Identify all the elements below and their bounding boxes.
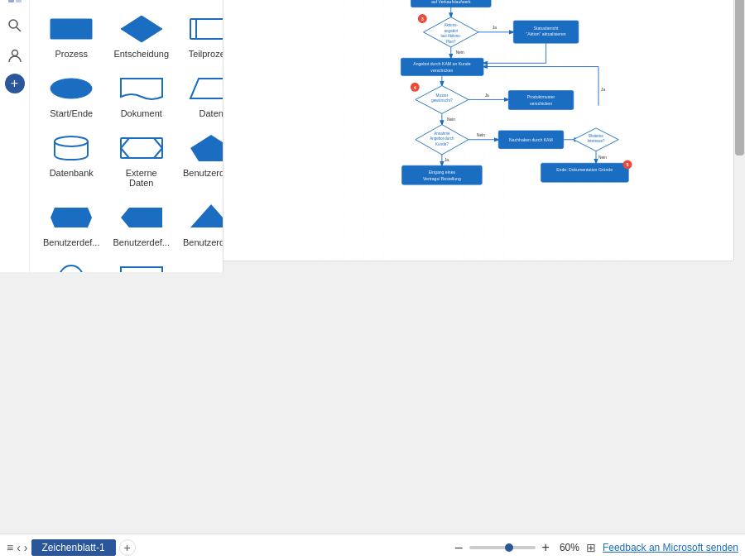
shape-externe-daten[interactable]: Externe Daten bbox=[110, 128, 174, 191]
svg-text:Produktmuster: Produktmuster bbox=[527, 94, 555, 99]
panel-people-icon bbox=[7, 47, 23, 64]
dokument-shape-svg bbox=[117, 72, 166, 105]
canvas-inner: Start: Eingang Anfrage Angebot 1 KAM ers… bbox=[223, 0, 733, 261]
svg-text:Angebot durch: Angebot durch bbox=[430, 136, 454, 141]
svg-rect-9 bbox=[190, 19, 223, 39]
svg-rect-3 bbox=[16, 0, 22, 2]
startende-shape-svg bbox=[46, 72, 96, 105]
menu-toggle-btn[interactable]: ≡ bbox=[7, 541, 13, 554]
svg-marker-17 bbox=[50, 208, 92, 227]
shape-benutzerdef4[interactable]: Benutzerdef... bbox=[180, 198, 223, 251]
shapes-grid: Prozess Entscheidung bbox=[30, 2, 223, 272]
svg-point-12 bbox=[50, 79, 92, 98]
shape-daten[interactable]: Daten bbox=[180, 69, 223, 122]
shape-on-page-re[interactable]: On-Page-Re... bbox=[40, 257, 103, 272]
zoom-slider[interactable] bbox=[469, 546, 536, 549]
teilprozess-shape-svg bbox=[186, 12, 223, 45]
canvas-area[interactable]: Start: Eingang Anfrage Angebot 1 KAM ers… bbox=[223, 0, 745, 272]
svg-text:angebot: angebot bbox=[445, 29, 459, 33]
svg-text:Plan?: Plan? bbox=[446, 40, 456, 44]
svg-point-20 bbox=[60, 266, 83, 272]
add-shapes-button[interactable]: + bbox=[5, 74, 25, 93]
svg-text:Nein: Nein bbox=[598, 156, 607, 160]
svg-marker-16 bbox=[190, 135, 223, 161]
horizontal-scrollbar[interactable] bbox=[223, 261, 733, 272]
svg-rect-94 bbox=[402, 165, 483, 184]
svg-text:gewünscht?: gewünscht? bbox=[431, 98, 453, 103]
svg-marker-18 bbox=[121, 208, 162, 227]
shape-benutzerdef1[interactable]: Benutzerdef... bbox=[180, 128, 223, 191]
svg-text:Muster: Muster bbox=[436, 93, 449, 98]
window-titlebar: V V Prozessablauf Erstellung Ange... ✕ +… bbox=[0, 0, 745, 26]
svg-text:Nein: Nein bbox=[477, 133, 485, 137]
shape-datenbank[interactable]: Datenbank bbox=[40, 128, 103, 191]
shape-teilprozess[interactable]: Teilprozess bbox=[180, 9, 223, 62]
svg-point-6 bbox=[12, 50, 17, 56]
prev-page-btn[interactable]: ‹ bbox=[17, 541, 21, 554]
zoom-control[interactable] bbox=[469, 546, 536, 549]
svg-rect-23 bbox=[324, 0, 634, 261]
left-panel-icons: + bbox=[0, 0, 30, 272]
panel-search-icon bbox=[7, 18, 22, 33]
benutzerdef4-shape-svg bbox=[186, 201, 223, 234]
zoom-level: 60% bbox=[560, 542, 579, 553]
svg-marker-19 bbox=[190, 204, 223, 227]
feedback-text[interactable]: Feedback an Microsoft senden bbox=[603, 542, 738, 553]
shapes-panel-inner: + Standardflussdiagramm-Shapes bbox=[0, 0, 223, 272]
zoom-slider-thumb[interactable] bbox=[505, 543, 513, 552]
svg-point-14 bbox=[55, 136, 88, 146]
svg-text:Aktions-: Aktions- bbox=[445, 23, 459, 27]
panel-icon-search[interactable] bbox=[3, 14, 26, 37]
shape-benutzerdef3[interactable]: Benutzerdef... bbox=[110, 198, 174, 251]
svg-rect-2 bbox=[8, 0, 14, 2]
status-bar-right: – + 60% ⊞ Feedback an Microsoft senden bbox=[455, 540, 738, 555]
svg-text:Weiteres: Weiteres bbox=[589, 134, 603, 138]
next-page-btn[interactable]: › bbox=[24, 541, 28, 554]
benutzerdef3-shape-svg bbox=[117, 201, 166, 234]
svg-marker-13 bbox=[190, 79, 223, 98]
svg-rect-97 bbox=[541, 163, 629, 182]
shape-prozess[interactable]: Prozess bbox=[40, 9, 103, 62]
daten-shape-svg bbox=[186, 72, 223, 105]
svg-text:Interesse?: Interesse? bbox=[587, 139, 605, 143]
panel-icon-shapes[interactable] bbox=[3, 0, 26, 7]
benutzerdef2-shape-svg bbox=[46, 201, 96, 234]
shape-entscheidung[interactable]: Entscheidung bbox=[110, 9, 174, 62]
svg-text:4: 4 bbox=[414, 85, 416, 90]
svg-text:Ja: Ja bbox=[485, 93, 489, 98]
vertical-scrollbar[interactable] bbox=[733, 0, 745, 261]
externe-daten-shape-svg bbox=[117, 132, 166, 165]
svg-text:Annahme: Annahme bbox=[434, 132, 450, 136]
fit-page-button[interactable]: ⊞ bbox=[586, 541, 596, 554]
main-content-area: Formen ‹ 🔍 bbox=[0, 0, 745, 272]
svg-rect-73 bbox=[508, 91, 574, 110]
svg-marker-8 bbox=[121, 16, 162, 42]
panel-icon-user[interactable] bbox=[3, 44, 26, 67]
datenbank-shape-svg bbox=[46, 132, 96, 165]
entscheidung-shape-svg bbox=[117, 12, 166, 45]
svg-text:Nein: Nein bbox=[447, 117, 455, 122]
svg-text:Eingang eines: Eingang eines bbox=[429, 170, 456, 175]
svg-text:"Aktion" aktualisieren: "Aktion" aktualisieren bbox=[526, 31, 566, 36]
svg-text:Ende: Dokumentation Gründe: Ende: Dokumentation Gründe bbox=[556, 167, 613, 172]
zoom-plus[interactable]: + bbox=[542, 540, 550, 555]
svg-text:auf Verkaufslaufwerk: auf Verkaufslaufwerk bbox=[431, 0, 471, 4]
shapes-panel: Formen ‹ 🔍 bbox=[0, 0, 223, 272]
scrollbar-corner bbox=[733, 261, 745, 272]
svg-text:Ja: Ja bbox=[445, 158, 449, 162]
page-tab-1[interactable]: Zeichenblatt-1 bbox=[31, 539, 116, 556]
shape-dokument[interactable]: Dokument bbox=[110, 69, 174, 122]
shape-startende[interactable]: Start/Ende bbox=[40, 69, 103, 122]
svg-text:5: 5 bbox=[627, 162, 629, 167]
add-page-button[interactable]: + bbox=[119, 539, 136, 556]
svg-marker-21 bbox=[121, 267, 162, 272]
shapes-icon bbox=[7, 0, 23, 4]
svg-text:Vertrags/ Bestellung: Vertrags/ Bestellung bbox=[423, 176, 461, 181]
zoom-minus[interactable]: – bbox=[455, 540, 463, 555]
vertical-scrollbar-thumb[interactable] bbox=[735, 0, 744, 156]
shape-off-page-re[interactable]: Off-Page-Re... bbox=[110, 257, 174, 272]
svg-rect-7 bbox=[50, 19, 92, 39]
svg-text:verschicken: verschicken bbox=[430, 68, 453, 73]
status-bar: ≡ ‹ › Zeichenblatt-1 + – + 60% ⊞ Feedbac… bbox=[0, 534, 745, 560]
shape-benutzerdef2[interactable]: Benutzerdef... bbox=[40, 198, 103, 251]
